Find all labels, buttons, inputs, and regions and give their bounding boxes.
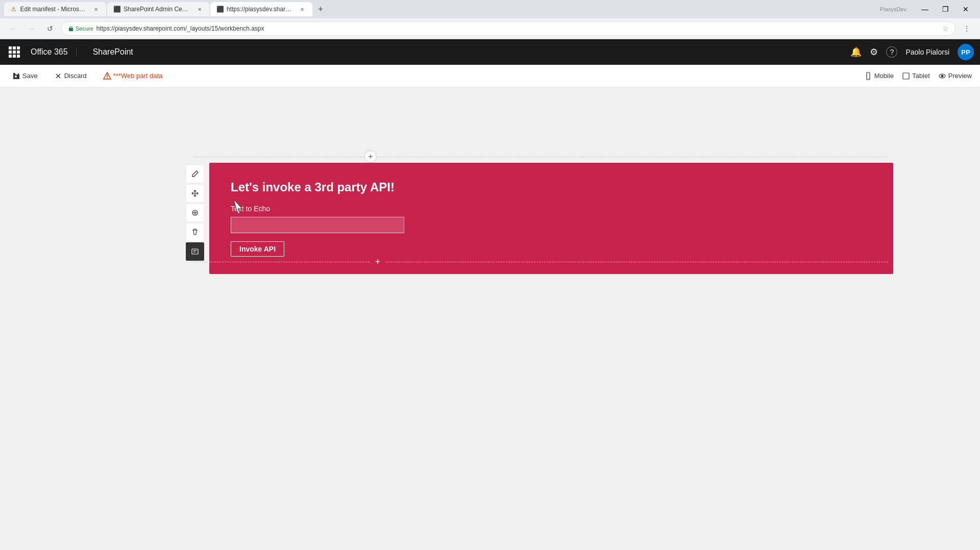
- move2-webpart-button[interactable]: [186, 204, 204, 222]
- tablet-label: Tablet: [912, 72, 930, 80]
- webpart-data-label: ***Web part data: [113, 72, 163, 80]
- mobile-view-button[interactable]: Mobile: [864, 72, 894, 80]
- waffle-button[interactable]: [6, 44, 22, 60]
- section-divider-top: [194, 157, 888, 157]
- svg-rect-11: [192, 249, 198, 254]
- browser-chrome: ⚠ Edit manifest - Microsof... ✕ ⬛ ShareP…: [0, 0, 980, 39]
- tab1-favicon: ⚠: [10, 6, 17, 13]
- sharepoint-title: SharePoint: [85, 47, 133, 57]
- webpart-section: Let's invoke a 3rd party API! Text to Ec…: [209, 163, 893, 274]
- add-section-bottom-button[interactable]: +: [371, 255, 385, 269]
- o365-right-section: 🔔 ⚙ ? Paolo Pialorsi PP: [850, 44, 974, 60]
- discard-button[interactable]: Discard: [50, 70, 91, 82]
- delete-webpart-button[interactable]: [186, 223, 204, 241]
- mobile-label: Mobile: [874, 72, 894, 80]
- close-button[interactable]: ✕: [955, 2, 976, 16]
- svg-rect-1: [70, 27, 72, 29]
- back-button[interactable]: ←: [6, 21, 20, 36]
- address-bar-row: ← → ↺ Secure https://piasysdev.sharepoin…: [0, 18, 980, 39]
- webpart-title: Let's invoke a 3rd party API!: [231, 180, 872, 194]
- piasysdev-label: PiasysDev: [880, 6, 906, 12]
- tab2-favicon: ⬛: [113, 6, 120, 13]
- webpart-left-toolbar: [183, 163, 207, 263]
- restore-button[interactable]: ❐: [935, 2, 955, 16]
- browser-tab-2[interactable]: ⬛ SharePoint Admin Cente... ✕: [107, 2, 209, 16]
- user-avatar[interactable]: PP: [958, 44, 974, 60]
- webpart-content: Let's invoke a 3rd party API! Text to Ec…: [210, 164, 892, 273]
- tablet-view-button[interactable]: Tablet: [902, 72, 930, 80]
- tab2-title: SharePoint Admin Cente...: [124, 6, 190, 13]
- settings-icon[interactable]: ⚙: [870, 46, 878, 58]
- tab1-title: Edit manifest - Microsof...: [20, 6, 87, 13]
- webpart-wrapper: Let's invoke a 3rd party API! Text to Ec…: [209, 163, 893, 274]
- section-divider-bottom: [194, 262, 888, 262]
- tab-bar: ⚠ Edit manifest - Microsof... ✕ ⬛ ShareP…: [0, 0, 980, 18]
- forward-button[interactable]: →: [24, 21, 39, 36]
- tab3-favicon: ⬛: [216, 6, 224, 13]
- add-section-top-button[interactable]: +: [364, 151, 377, 163]
- notification-icon[interactable]: 🔔: [850, 46, 862, 58]
- minimize-button[interactable]: —: [915, 2, 935, 16]
- properties-webpart-button[interactable]: [186, 242, 204, 261]
- o365-topbar: Office 365 SharePoint 🔔 ⚙ ? Paolo Pialor…: [0, 39, 980, 65]
- editor-toolbar: Save Discard ***Web part data Mobile Tab…: [0, 65, 980, 87]
- office365-title: Office 365: [31, 47, 77, 57]
- svg-rect-4: [903, 73, 909, 79]
- tab3-title: https://piasysdev.sharep...: [227, 6, 293, 13]
- secure-indicator: Secure: [68, 26, 93, 32]
- bookmark-icon[interactable]: ☆: [942, 24, 949, 33]
- user-name: Paolo Pialorsi: [905, 48, 949, 56]
- preview-label: Preview: [948, 72, 972, 80]
- invoke-api-button[interactable]: Invoke API: [231, 241, 284, 257]
- preview-button[interactable]: Preview: [938, 72, 972, 80]
- text-echo-input[interactable]: [231, 217, 404, 233]
- page-canvas: + Let's invoke a 3rd party API!: [0, 87, 980, 550]
- help-icon[interactable]: ?: [886, 46, 897, 58]
- address-text: https://piasysdev.sharepoint.com/_layout…: [96, 25, 939, 32]
- reload-button[interactable]: ↺: [43, 21, 57, 36]
- browser-menu-icon[interactable]: ⋮: [960, 21, 974, 36]
- text-echo-label: Text to Echo: [231, 205, 872, 213]
- svg-point-7: [941, 75, 943, 77]
- save-label: Save: [22, 72, 38, 80]
- browser-tab-1[interactable]: ⚠ Edit manifest - Microsof... ✕: [4, 2, 106, 16]
- move-webpart-button[interactable]: [186, 184, 204, 203]
- save-button[interactable]: Save: [8, 70, 42, 82]
- tab1-close[interactable]: ✕: [92, 5, 100, 13]
- browser-tab-3[interactable]: ⬛ https://piasysdev.sharep... ✕: [210, 2, 312, 16]
- new-tab-button[interactable]: +: [313, 2, 328, 16]
- window-controls: — ❐ ✕: [915, 2, 976, 16]
- toolbar-right: Mobile Tablet Preview: [864, 72, 972, 80]
- webpart-data-button[interactable]: ***Web part data: [99, 70, 167, 82]
- browser-right-icons: ⋮: [960, 21, 974, 36]
- edit-webpart-button[interactable]: [186, 165, 204, 183]
- address-bar[interactable]: Secure https://piasysdev.sharepoint.com/…: [61, 21, 955, 36]
- tab3-close[interactable]: ✕: [299, 5, 306, 13]
- tab2-close[interactable]: ✕: [195, 5, 203, 13]
- discard-label: Discard: [64, 72, 87, 80]
